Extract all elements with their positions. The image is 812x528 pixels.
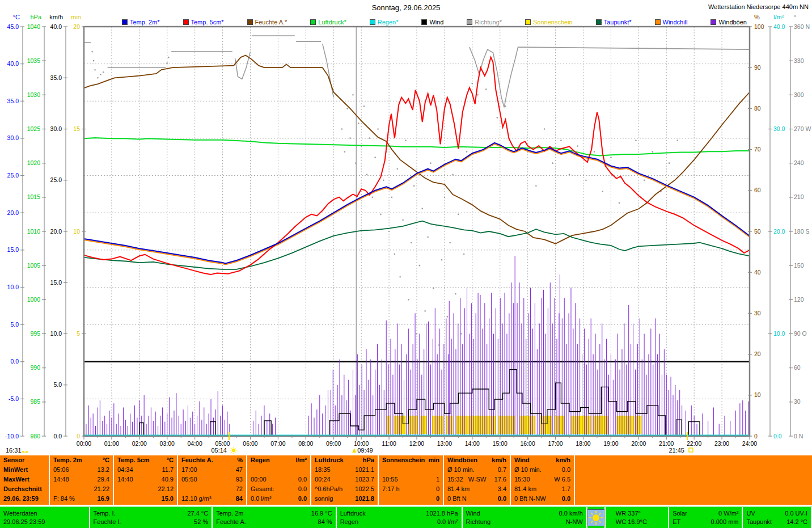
svg-text:10:00: 10:00 bbox=[354, 440, 369, 447]
cell-value: min bbox=[428, 455, 439, 465]
svg-text:12:00: 12:00 bbox=[409, 440, 424, 447]
svg-text:%: % bbox=[754, 14, 760, 20]
cell-value: km/h bbox=[556, 455, 570, 465]
cell-label: sonnig bbox=[315, 494, 333, 504]
table-col-regen: Regenl/m²00:000.0Gesamt:0.00.0 l/m²0.0 bbox=[247, 455, 311, 505]
cell-label: 29.06. 23:59 bbox=[3, 494, 39, 504]
cell-value: 29.4 bbox=[98, 475, 109, 484]
svg-text:50: 50 bbox=[754, 228, 761, 235]
weather-chart: °C45.040.035.030.025.020.015.010.05.00.0… bbox=[0, 0, 812, 455]
cell-value: 3.4 bbox=[498, 484, 506, 494]
cell-value: °C bbox=[167, 455, 174, 465]
cell-label: 81.4 km bbox=[447, 484, 470, 494]
svg-text:980: 980 bbox=[30, 433, 40, 440]
cell-label: ^0.6hPa/h bbox=[315, 484, 342, 494]
status-value: 84 % bbox=[318, 518, 332, 526]
cell-label: 00:24 bbox=[315, 475, 331, 484]
status-label: Temp. I. bbox=[94, 509, 116, 518]
svg-text:08:00: 08:00 bbox=[298, 440, 313, 447]
cell-label: Durchschnitt bbox=[3, 484, 42, 494]
svg-text:60: 60 bbox=[794, 364, 801, 371]
svg-text:100: 100 bbox=[754, 23, 764, 30]
svg-text:20.0: 20.0 bbox=[50, 228, 62, 235]
svg-text:985: 985 bbox=[30, 398, 40, 405]
svg-text:1020: 1020 bbox=[27, 159, 41, 166]
cell-value: 47 bbox=[236, 465, 243, 475]
svg-text:25.0: 25.0 bbox=[7, 172, 19, 179]
status-label: UV bbox=[746, 509, 755, 518]
status-label: Temp. 2m bbox=[216, 509, 243, 518]
svg-text:1010: 1010 bbox=[27, 228, 41, 235]
cell-label: 15:30 bbox=[514, 475, 530, 484]
status-cell-2: Temp. 2m16.9 °CFeuchte A.84 % bbox=[213, 507, 336, 528]
svg-text:0.0: 0.0 bbox=[773, 433, 782, 440]
cell-label: Gesamt: bbox=[251, 484, 274, 494]
svg-text:21:00: 21:00 bbox=[659, 440, 674, 447]
svg-text:1040: 1040 bbox=[27, 23, 41, 30]
status-right-cell-2: UV0.0 UV-ITaupunkt14.2 °C bbox=[743, 507, 812, 528]
cell-label: 05:06 bbox=[53, 465, 69, 475]
svg-text:990: 990 bbox=[30, 364, 40, 371]
svg-text:10: 10 bbox=[73, 228, 80, 235]
cell-label: 00:00 bbox=[251, 475, 267, 484]
svg-text:20: 20 bbox=[754, 350, 761, 357]
status-cell-0: Wetterdaten29.06.25 23:59 bbox=[0, 507, 90, 528]
cell-label: Temp. 5cm bbox=[117, 455, 150, 465]
cell-value: km/h bbox=[492, 455, 506, 465]
cell-label: Luftdruck bbox=[315, 455, 344, 465]
svg-text:km/h: km/h bbox=[49, 14, 63, 20]
svg-text:13:00: 13:00 bbox=[437, 440, 452, 447]
svg-text:11:00: 11:00 bbox=[382, 440, 396, 447]
status-cell-1: Temp. I.27.4 °CFeuchte I.52 % bbox=[90, 507, 213, 528]
svg-text:-5.0: -5.0 bbox=[9, 395, 19, 402]
svg-text:30.0: 30.0 bbox=[7, 134, 19, 141]
cell-value: 11.7 bbox=[162, 465, 174, 475]
svg-text:10.0: 10.0 bbox=[773, 330, 785, 337]
svg-text:10.0: 10.0 bbox=[50, 330, 62, 337]
moonrise-icon bbox=[22, 451, 28, 453]
cell-value: 0.0 bbox=[298, 475, 307, 484]
status-right-cell-0: WR 337°WC 16.9°C bbox=[612, 507, 669, 528]
table-col-luftdruck: LuftdruckhPa18:351021.100:241023.7^0.6hP… bbox=[311, 455, 379, 505]
cell-label: 14:48 bbox=[53, 475, 69, 484]
cell-label: Feuchte A. bbox=[181, 455, 213, 465]
status-value: 1021.8 hPa bbox=[426, 509, 458, 518]
svg-text:40.0: 40.0 bbox=[773, 23, 785, 30]
svg-text:240: 240 bbox=[794, 159, 804, 166]
svg-text:5: 5 bbox=[77, 330, 80, 337]
svg-text:1015: 1015 bbox=[27, 193, 41, 200]
svg-text:05:00: 05:00 bbox=[215, 440, 230, 447]
cell-value: 93 bbox=[236, 475, 243, 484]
svg-text:16:31: 16:31 bbox=[6, 447, 22, 454]
status-cell-3: Luftdruck1021.8 hPaRegen0.0 l/m² bbox=[337, 507, 463, 528]
left-axes: °C45.040.035.030.025.020.015.010.05.00.0… bbox=[5, 14, 86, 440]
cell-label: MinWert bbox=[3, 465, 28, 475]
moonset-icon bbox=[352, 448, 356, 453]
status-spacer bbox=[606, 507, 612, 528]
status-right-cell-1: Solar0 W/m²ET0.000 mm bbox=[669, 507, 743, 528]
svg-text:40.0: 40.0 bbox=[7, 60, 19, 67]
status-label: ET bbox=[673, 518, 680, 526]
cell-label: 05:50 bbox=[181, 475, 197, 484]
status-label: Luftdruck bbox=[340, 509, 366, 518]
status-value: 0.0 km/h bbox=[559, 509, 583, 518]
sunrise-icon bbox=[230, 447, 237, 454]
right-axes: %1009080706050403020100l/m²40.030.020.01… bbox=[748, 14, 811, 440]
cell-label: 0 Bft N-NW bbox=[514, 494, 546, 504]
status-label: Regen bbox=[340, 518, 358, 526]
cell-value: 16.9 bbox=[98, 494, 109, 504]
svg-text:14:00: 14:00 bbox=[465, 440, 480, 447]
cell-value: 0.0 bbox=[498, 494, 506, 504]
cell-value: 0 bbox=[436, 494, 439, 504]
svg-text:360 N: 360 N bbox=[794, 23, 810, 30]
svg-text:10.0: 10.0 bbox=[7, 284, 19, 290]
cell-label: 18:35 bbox=[315, 465, 331, 475]
cell-value: W 6.5 bbox=[554, 475, 570, 484]
svg-text:80: 80 bbox=[754, 105, 761, 112]
cell-value: 40.9 bbox=[162, 475, 174, 484]
svg-text:0 N: 0 N bbox=[794, 433, 803, 440]
cell-label: Regen bbox=[251, 455, 270, 465]
svg-text:0: 0 bbox=[754, 433, 758, 440]
svg-text:1005: 1005 bbox=[27, 262, 41, 269]
table-col-wind: Windkm/hØ 10 min.0.015:30W 6.581.4 km1.7… bbox=[511, 455, 575, 505]
